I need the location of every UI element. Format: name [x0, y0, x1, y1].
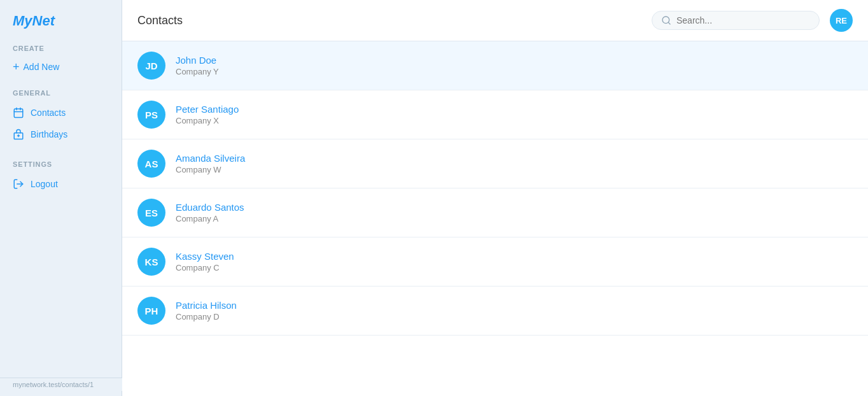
- contact-avatar: KS: [137, 248, 165, 276]
- sidebar-item-contacts[interactable]: Contacts: [0, 102, 122, 124]
- contact-avatar: AS: [137, 150, 165, 178]
- contact-avatar: ES: [137, 199, 165, 227]
- create-section-label: CREATE: [0, 45, 122, 57]
- main-content: Contacts RE JD John Doe Company Y PS Pet…: [122, 0, 868, 396]
- logout-icon: [13, 178, 24, 190]
- user-avatar[interactable]: RE: [830, 9, 853, 32]
- contact-company: Company D: [176, 312, 237, 322]
- contact-avatar: PS: [137, 101, 165, 129]
- contact-name: Eduardo Santos: [176, 202, 244, 213]
- add-new-button[interactable]: + Add New: [0, 57, 122, 84]
- contact-avatar: JD: [137, 52, 165, 80]
- contact-name: Kassy Steven: [176, 251, 234, 262]
- svg-rect-0: [14, 109, 23, 118]
- general-section-label: GENERAL: [0, 89, 122, 102]
- contact-name: Amanda Silveira: [176, 153, 245, 164]
- birthdays-icon: [13, 129, 24, 140]
- contacts-nav-label: Contacts: [31, 108, 66, 118]
- contact-info: Amanda Silveira Company W: [176, 153, 245, 174]
- contact-name: John Doe: [176, 55, 219, 66]
- svg-line-9: [668, 22, 670, 24]
- contact-info: Patricia Hilson Company D: [176, 300, 237, 322]
- contact-item[interactable]: AS Amanda Silveira Company W: [122, 139, 868, 188]
- contact-avatar: PH: [137, 297, 165, 325]
- logout-nav-label: Logout: [31, 179, 58, 189]
- contact-info: Eduardo Santos Company A: [176, 202, 244, 223]
- plus-icon: +: [13, 61, 20, 73]
- app-logo: MyNet: [0, 0, 122, 45]
- general-section: GENERAL Contacts Bi: [0, 89, 122, 145]
- birthdays-nav-label: Birthdays: [31, 129, 67, 139]
- contacts-icon: [13, 107, 24, 118]
- contact-company: Company C: [176, 263, 234, 272]
- search-input[interactable]: [676, 15, 810, 25]
- search-icon: [661, 15, 671, 25]
- contacts-list: JD John Doe Company Y PS Peter Santiago …: [122, 41, 868, 396]
- add-new-label: Add New: [24, 62, 60, 72]
- header-right: RE: [652, 9, 853, 32]
- contact-item[interactable]: KS Kassy Steven Company C: [122, 237, 868, 286]
- contact-name: Peter Santiago: [176, 104, 239, 115]
- sidebar-item-birthdays[interactable]: Birthdays: [0, 124, 122, 145]
- contact-item[interactable]: PH Patricia Hilson Company D: [122, 286, 868, 336]
- page-title: Contacts: [137, 14, 183, 27]
- status-bar: mynetwork.test/contacts/1: [0, 378, 122, 391]
- search-box[interactable]: [652, 11, 820, 30]
- sidebar: MyNet CREATE + Add New GENERAL Contacts: [0, 0, 122, 396]
- contact-company: Company X: [176, 116, 239, 125]
- sidebar-item-logout[interactable]: Logout: [0, 173, 122, 195]
- contact-info: John Doe Company Y: [176, 55, 219, 76]
- app-name: MyNet: [13, 13, 55, 29]
- contact-company: Company A: [176, 214, 244, 223]
- contact-info: Kassy Steven Company C: [176, 251, 234, 272]
- contact-name: Patricia Hilson: [176, 300, 237, 311]
- sidebar-footer-area: mynetwork.test/contacts/1: [0, 378, 122, 391]
- settings-section: SETTINGS Logout: [0, 160, 122, 195]
- contact-company: Company Y: [176, 67, 219, 76]
- contact-item[interactable]: ES Eduardo Santos Company A: [122, 188, 868, 237]
- header: Contacts RE: [122, 0, 868, 41]
- contact-item[interactable]: PS Peter Santiago Company X: [122, 90, 868, 139]
- contact-item[interactable]: JD John Doe Company Y: [122, 41, 868, 90]
- settings-section-label: SETTINGS: [0, 160, 122, 173]
- contact-company: Company W: [176, 165, 245, 174]
- contact-info: Peter Santiago Company X: [176, 104, 239, 125]
